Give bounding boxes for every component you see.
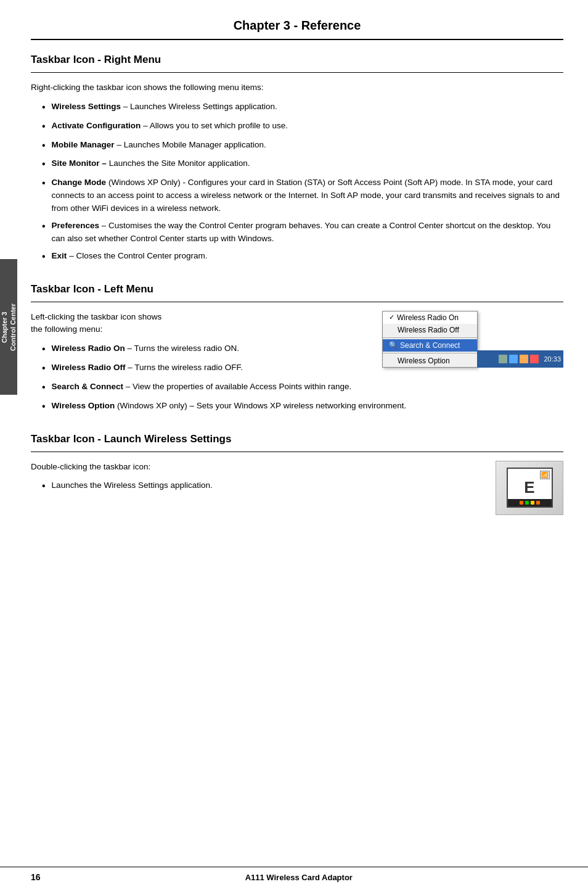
pixel-dot-2 <box>525 501 529 505</box>
list-item: Activate Configuration – Allows you to s… <box>42 120 563 134</box>
section3-intro: Double-clicking the taskbar icon: <box>31 461 563 474</box>
popup-divider <box>383 353 477 353</box>
list-item: Site Monitor – Launches the Site Monitor… <box>42 157 563 172</box>
list-item: Exit – Closes the Control Center program… <box>42 250 563 265</box>
list-item: Search & Connect – View the properties o… <box>42 381 563 395</box>
search-icon: 🔍 <box>389 341 398 349</box>
popup-item-wireless-option[interactable]: Wireless Option <box>383 355 477 367</box>
section-left-menu: Taskbar Icon - Left Menu ✓ Wireless Radi… <box>31 283 563 415</box>
list-item: Wireless Settings – Launches Wireless Se… <box>42 101 563 115</box>
term: Exit <box>52 251 67 260</box>
section3-heading: Taskbar Icon - Launch Wireless Settings <box>31 433 563 445</box>
term: Wireless Radio Off <box>52 363 126 372</box>
term: Mobile Manager <box>52 140 115 149</box>
desc: (Windows XP only) – Sets your Windows XP… <box>117 401 406 410</box>
popup-menu: ✓ Wireless Radio On Wireless Radio Off 🔍… <box>382 311 478 368</box>
popup-item-label: Wireless Radio On <box>397 313 459 322</box>
wifi-icon: 📶 <box>541 472 548 478</box>
list-item-content: Wireless Radio On – Turns the wireless r… <box>52 342 373 355</box>
footer-page-number: 16 <box>31 872 41 882</box>
popup-divider <box>383 337 477 338</box>
desc: – Closes the Control Center program. <box>69 251 207 260</box>
tray-icon-3 <box>520 355 528 363</box>
list-item: Wireless Radio Off – Turns the wireless … <box>42 361 373 376</box>
list-item: Change Mode (Windows XP Only) - Configur… <box>42 176 563 215</box>
desc: – Turns the wireless radio OFF. <box>128 363 243 372</box>
term: Preferences <box>52 221 99 230</box>
chapter-divider <box>31 39 563 40</box>
term: Wireless Option <box>52 401 115 410</box>
section3-divider <box>31 452 563 452</box>
popup-item-search[interactable]: 🔍 Search & Connect <box>383 339 477 352</box>
list-item-content: Site Monitor – Launches the Site Monitor… <box>52 157 563 170</box>
section2-divider <box>31 302 563 302</box>
taskbar-strip: 20:33 <box>477 350 563 368</box>
desc: – Customises the way the Control Center … <box>52 221 551 243</box>
footer: 16 A111 Wireless Card Adaptor <box>0 867 588 887</box>
pixel-dot-3 <box>531 501 534 505</box>
list-item-content: Wireless Radio Off – Turns the wireless … <box>52 361 373 374</box>
term: Change Mode <box>52 178 107 187</box>
desc: – Allows you to set which profile to use… <box>143 121 288 130</box>
tray-icon-2 <box>509 355 518 363</box>
term: Site Monitor – <box>52 159 107 168</box>
popup-item-radio-off[interactable]: Wireless Radio Off <box>383 324 477 336</box>
list-item-content: Launches the Wireless Settings applicati… <box>52 479 483 492</box>
main-content: Chapter 3 - Reference Taskbar Icon - Rig… <box>31 0 563 577</box>
app-icon-wrapper: E 📶 <box>496 461 563 515</box>
term: Wireless Radio On <box>52 344 125 353</box>
section3-list: Launches the Wireless Settings applicati… <box>42 479 563 494</box>
app-icon-box: E 📶 <box>507 468 553 508</box>
section2-heading: Taskbar Icon - Left Menu <box>31 283 563 295</box>
popup-item-label: Search & Connect <box>400 341 460 350</box>
menu-taskbar-row: ✓ Wireless Radio On Wireless Radio Off 🔍… <box>382 311 563 368</box>
term: Activate Configuration <box>52 121 141 130</box>
term: Search & Connect <box>52 382 123 391</box>
list-item: Wireless Radio On – Turns the wireless r… <box>42 342 373 357</box>
desc: – Turns the wireless radio ON. <box>128 344 240 353</box>
tray-icon-1 <box>499 355 507 363</box>
list-item-content: Exit – Closes the Control Center program… <box>52 250 563 263</box>
app-icon-badge: 📶 <box>540 471 550 479</box>
pixel-dots-row <box>508 499 552 506</box>
list-item: Mobile Manager – Launches Mobile Manager… <box>42 139 563 154</box>
desc: – View the properties of available Acces… <box>126 382 352 391</box>
list-item: Wireless Option (Windows XP only) – Sets… <box>42 400 563 415</box>
list-item: Preferences – Customises the way the Con… <box>42 220 563 245</box>
list-item-content: Preferences – Customises the way the Con… <box>52 220 563 245</box>
chapter-title: Chapter 3 - Reference <box>31 19 563 33</box>
desc: – Launches Wireless Settings application… <box>123 102 277 111</box>
taskbar-icons: 20:33 <box>499 355 561 363</box>
footer-product-name: A111 Wireless Card Adaptor <box>245 873 353 882</box>
list-item-content: Change Mode (Windows XP Only) - Configur… <box>52 176 563 215</box>
desc: Launches the Site Monitor application. <box>109 159 250 168</box>
side-tab-text: Chapter 3Control Center <box>0 303 17 351</box>
popup-item-label: Wireless Radio Off <box>389 326 459 334</box>
list-item-content: Wireless Settings – Launches Wireless Se… <box>52 101 563 113</box>
desc: – Launches Mobile Manager application. <box>116 140 266 149</box>
section-right-menu: Taskbar Icon - Right Menu Right-clicking… <box>31 54 563 265</box>
section1-divider <box>31 72 563 73</box>
popup-item-radio-on[interactable]: ✓ Wireless Radio On <box>383 311 477 324</box>
desc: Launches the Wireless Settings applicati… <box>52 481 213 490</box>
list-item-content: Wireless Option (Windows XP only) – Sets… <box>52 400 563 413</box>
list-item-content: Search & Connect – View the properties o… <box>52 381 563 394</box>
desc: (Windows XP Only) - Configures your card… <box>52 178 560 213</box>
popup-item-label: Wireless Option <box>389 357 450 365</box>
list-item: Launches the Wireless Settings applicati… <box>42 479 483 494</box>
list-item-content: Activate Configuration – Allows you to s… <box>52 120 563 133</box>
checkmark-icon: ✓ <box>389 313 394 321</box>
section-launch: Taskbar Icon - Launch Wireless Settings … <box>31 433 563 521</box>
app-icon-symbol: E <box>524 478 534 497</box>
taskbar-time: 20:33 <box>544 355 561 363</box>
side-tab: Chapter 3Control Center <box>0 259 17 395</box>
list-item-content: Mobile Manager – Launches Mobile Manager… <box>52 139 563 152</box>
pixel-dot-4 <box>536 501 540 505</box>
term: Wireless Settings <box>52 102 121 111</box>
section1-heading: Taskbar Icon - Right Menu <box>31 54 563 66</box>
section1-intro: Right-clicking the taskbar icon shows th… <box>31 81 563 94</box>
pixel-dot-1 <box>520 501 523 505</box>
section1-list: Wireless Settings – Launches Wireless Se… <box>42 101 563 265</box>
left-menu-popup-wrapper: ✓ Wireless Radio On Wireless Radio Off 🔍… <box>382 311 563 368</box>
tray-icon-4 <box>530 355 539 363</box>
